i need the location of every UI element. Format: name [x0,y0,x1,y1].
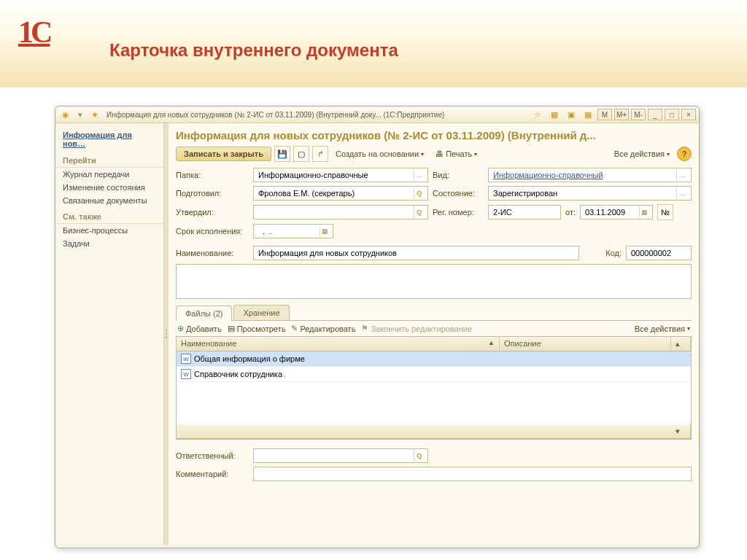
scroll-down-icon[interactable]: ▾ [671,424,691,438]
edit-button[interactable]: ✎Редактировать [291,324,355,333]
tab-storage[interactable]: Хранение [233,305,289,320]
label-state: Состояние: [433,189,484,198]
search-icon[interactable]: Q [414,206,425,218]
word-icon: W [181,369,191,379]
sidebar-section-see: См. также [55,210,163,224]
window-title: Информация для новых сотрудников (№ 2-ИС… [107,111,530,119]
search-icon[interactable]: Q [414,187,425,199]
field-approved[interactable]: Q [253,205,428,219]
sidebar-link-journal[interactable]: Журнал передачи [55,168,163,181]
sidebar-title[interactable]: Информация для нов… [55,128,163,151]
calendar-icon[interactable]: ▦ [639,206,649,218]
field-kind[interactable]: … [488,168,692,182]
view-button[interactable]: ▤Просмотреть [228,324,286,333]
sidebar: Информация для нов… Перейти Журнал перед… [55,123,164,545]
grid-col-desc[interactable]: Описание [500,337,671,351]
table-row[interactable]: WСправочник сотрудника [177,367,691,382]
number-button[interactable]: № [657,204,673,220]
grid-toolbar: ⊕Добавить ▤Просмотреть ✎Редактировать ⚑З… [176,321,692,336]
field-name[interactable] [253,246,579,260]
label-kind: Вид: [433,171,484,179]
mem-m-button[interactable]: M [597,109,612,120]
label-regnum: Рег. номер: [433,208,484,217]
app-window: ◉ ▾ ★ Информация для новых сотрудников (… [55,106,700,548]
calc-icon[interactable]: ▣ [566,109,576,120]
label-responsible: Ответственный: [176,451,249,460]
sidebar-section-goto: Перейти [55,154,163,168]
app-icon: ◉ [61,109,71,120]
star-icon[interactable]: ★ [90,109,100,120]
finish-button[interactable]: ⚑Закончить редактирование [361,324,472,333]
back-icon[interactable]: ▾ [75,109,85,120]
add-button[interactable]: ⊕Добавить [177,324,222,333]
select-icon[interactable]: … [414,169,425,181]
field-regnum[interactable] [488,205,561,219]
save-icon[interactable]: 💾 [274,146,290,162]
page-icon: ▤ [228,324,235,333]
label-folder: Папка: [176,171,249,179]
fav-icon[interactable]: ☆ [533,109,543,120]
calendar-icon[interactable]: ▦ [583,109,593,120]
label-prepared: Подготовил: [176,189,249,198]
sidebar-link-related[interactable]: Связанные документы [55,194,163,207]
grid-col-name[interactable]: Наименование ▲ [177,337,500,351]
label-name: Наименование: [176,249,249,257]
maximize-button[interactable]: □ [665,109,679,120]
table-row[interactable]: WОбщая информация о фирме [177,351,691,367]
sidebar-link-tasks[interactable]: Задачи [55,237,163,250]
lock-icon: ⚑ [361,324,368,333]
scroll-up-icon[interactable]: ▴ [671,337,691,351]
sidebar-link-state[interactable]: Изменение состояния [55,181,163,194]
files-grid: Наименование ▲ Описание ▴ WОбщая информа… [176,336,692,440]
tab-files[interactable]: Файлы (2) [176,306,232,321]
field-state[interactable]: … [488,186,692,201]
label-deadline: Срок исполнения: [176,227,249,236]
logo-1c: 1C [18,15,73,55]
field-comment[interactable] [253,467,692,481]
edit-icon: ✎ [291,324,298,333]
minimize-button[interactable]: _ [648,109,662,120]
field-responsible[interactable]: Q [253,448,428,463]
printer-icon: 🖶 [436,149,444,158]
blank-icon[interactable]: ▢ [293,146,309,162]
document-title: Информация для новых сотрудников (№ 2-ИС… [176,129,692,141]
slide-title: Карточка внутреннего документа [109,40,398,61]
description-textarea[interactable] [176,264,692,299]
word-icon: W [181,354,191,364]
field-deadline[interactable]: ▦ [253,224,333,238]
label-comment: Комментарий: [176,470,249,478]
grid-all-actions-button[interactable]: Все действия▾ [635,324,690,333]
sidebar-link-bp[interactable]: Бизнес-процессы [55,224,163,237]
calendar-icon[interactable]: ▦ [320,225,330,237]
search-icon[interactable]: Q [414,450,425,462]
all-actions-button[interactable]: Все действия▾ [610,147,674,160]
field-prepared[interactable]: Q [253,186,428,201]
main-pane: Информация для новых сотрудников (№ 2-ИС… [169,123,699,545]
select-icon[interactable]: … [676,187,688,199]
toolbar: Записать и закрыть 💾 ▢ ↱ Создать на осно… [176,146,692,162]
label-approved: Утвердил: [176,208,249,217]
label-from: от: [565,208,576,217]
arrow-icon[interactable]: ↱ [312,146,328,162]
plus-icon: ⊕ [177,324,184,333]
field-code[interactable] [626,246,692,260]
list-icon[interactable]: ▦ [549,109,560,120]
titlebar: ◉ ▾ ★ Информация для новых сотрудников (… [55,106,699,123]
field-folder[interactable]: … [253,168,428,182]
select-icon[interactable]: … [676,169,688,181]
help-icon[interactable]: ? [677,147,692,161]
label-code: Код: [605,249,622,257]
mem-mminus-button[interactable]: M- [631,109,646,120]
tabs: Файлы (2) Хранение [176,305,692,321]
close-button[interactable]: × [681,109,696,120]
slide-header: 1C Карточка внутреннего документа [0,0,747,88]
save-close-button[interactable]: Записать и закрыть [176,147,271,161]
field-date[interactable]: ▦ [580,205,653,219]
create-based-button[interactable]: Создать на основании▾ [331,147,428,160]
print-button[interactable]: 🖶Печать▾ [431,147,481,160]
mem-mplus-button[interactable]: M+ [614,109,629,120]
